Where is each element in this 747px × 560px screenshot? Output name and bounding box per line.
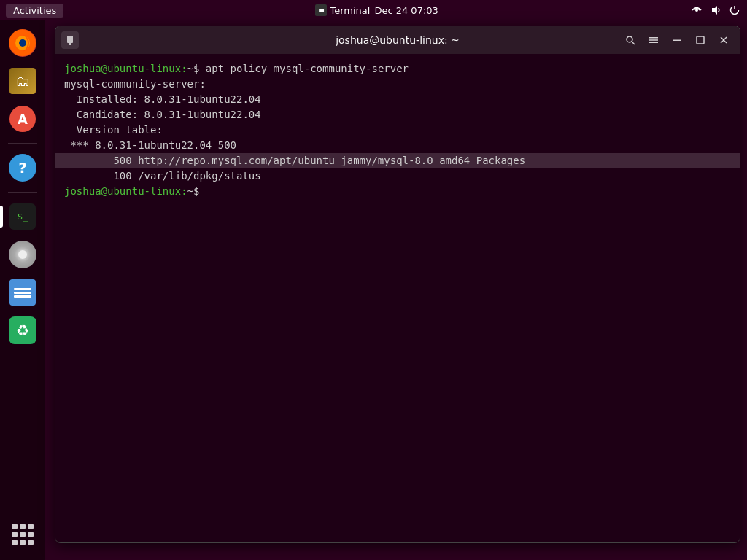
svg-rect-8 [69, 43, 71, 45]
grid-dot-7 [12, 540, 18, 545]
cd-center [18, 250, 27, 259]
terminal-window: joshua@ubuntu-linux: ~ [55, 26, 740, 543]
svg-rect-14 [673, 40, 681, 42]
maximize-button[interactable] [690, 30, 711, 50]
svg-point-9 [627, 36, 632, 42]
terminal-titlebar: joshua@ubuntu-linux: ~ [55, 26, 740, 54]
close-button[interactable] [713, 30, 734, 50]
terminal-line-9: joshua@ubuntu-linux:~$ [64, 184, 731, 199]
grid-dot-5 [20, 532, 26, 537]
firefox-icon [9, 29, 36, 57]
topbar-datetime: Dec 24 07:03 [374, 5, 438, 16]
sidebar-item-appcenter[interactable]: A [6, 102, 39, 136]
sidebar: 🗂 A ? $_ ♻ [0, 20, 45, 560]
activities-button[interactable]: Activities [6, 4, 63, 18]
sidebar-separator-2 [8, 192, 37, 192]
svg-rect-15 [697, 36, 704, 44]
grid-dot-9 [28, 540, 34, 545]
sidebar-item-cd[interactable] [6, 238, 39, 271]
svg-marker-1 [712, 6, 717, 15]
recycle-icon: ♻ [9, 316, 36, 344]
prompt-2: joshua@ubuntu-linux: [64, 185, 187, 197]
terminal-line-8: 100 /var/lib/dpkg/status [64, 168, 731, 184]
sidebar-item-apps-grid[interactable] [6, 518, 39, 551]
grid-dot-8 [20, 540, 26, 545]
topbar-terminal-icon: ▬ [315, 4, 327, 16]
files-icon: 🗂 [9, 68, 36, 94]
terminal-line-1: joshua@ubuntu-linux:~$ apt policy mysql-… [64, 61, 731, 77]
sidebar-item-recycle[interactable]: ♻ [6, 314, 39, 347]
grid-dot-3 [28, 524, 34, 529]
prompt-1: joshua@ubuntu-linux: [64, 63, 187, 74]
svg-rect-12 [649, 39, 658, 41]
grid-dot-1 [12, 524, 18, 529]
sidebar-item-firefox[interactable] [6, 26, 39, 60]
prompt-dollar-1: $ apt policy mysql-community-server [193, 63, 409, 74]
svg-rect-7 [67, 36, 73, 43]
terminal-line-2: mysql-community-server: [64, 77, 731, 92]
sidebar-item-terminal[interactable]: $_ [6, 200, 39, 233]
sidebar-item-notepad[interactable] [6, 276, 39, 309]
pin-button[interactable] [61, 31, 79, 49]
search-button[interactable] [620, 30, 640, 50]
topbar-terminal-app[interactable]: ▬ Terminal [315, 4, 370, 16]
terminal-line-4: Candidate: 8.0.31-1ubuntu22.04 [64, 107, 731, 122]
sidebar-separator-1 [8, 143, 37, 144]
prompt-tilde-1: ~ [187, 63, 193, 74]
topbar: Activities ▬ Terminal Dec 24 07:03 [0, 0, 747, 20]
sidebar-item-help[interactable]: ? [6, 151, 39, 184]
terminal-icon: $_ [9, 203, 36, 230]
network-icon[interactable] [690, 4, 703, 17]
titlebar-left [61, 31, 79, 49]
volume-icon[interactable] [709, 4, 722, 17]
svg-rect-13 [649, 42, 658, 44]
notepad-line-1 [14, 288, 31, 290]
apps-grid-icon [12, 524, 34, 545]
terminal-title: joshua@ubuntu-linux: ~ [336, 34, 460, 46]
prompt-tilde-2: ~ [187, 185, 193, 197]
notepad-line-2 [14, 292, 31, 294]
terminal-line-5: Version table: [64, 122, 731, 138]
terminal-line-7-highlight: 500 http://repo.mysql.com/apt/ubuntu jam… [55, 153, 740, 168]
power-icon[interactable] [728, 4, 741, 17]
grid-dot-4 [12, 532, 18, 537]
svg-line-10 [632, 42, 635, 44]
menu-button[interactable] [643, 30, 664, 50]
notepad-line-3 [14, 295, 31, 298]
topbar-right [690, 4, 741, 17]
help-icon: ? [9, 154, 36, 182]
terminal-content[interactable]: joshua@ubuntu-linux:~$ apt policy mysql-… [55, 54, 740, 542]
appcenter-icon: A [9, 106, 36, 132]
terminal-line-3: Installed: 8.0.31-1ubuntu22.04 [64, 92, 731, 107]
svg-point-6 [19, 39, 26, 47]
grid-dot-2 [20, 524, 26, 529]
titlebar-controls [620, 30, 734, 50]
sidebar-item-files[interactable]: 🗂 [6, 64, 39, 98]
grid-dot-6 [28, 532, 34, 537]
minimize-button[interactable] [667, 30, 687, 50]
cd-icon [9, 241, 36, 268]
topbar-terminal-text: Terminal [330, 5, 370, 16]
terminal-line-6: *** 8.0.31-1ubuntu22.04 500 [64, 138, 731, 153]
topbar-center: ▬ Terminal Dec 24 07:03 [315, 4, 438, 16]
notepad-icon [9, 279, 36, 306]
svg-rect-11 [649, 37, 658, 39]
prompt-dollar-2: $ [193, 185, 206, 197]
